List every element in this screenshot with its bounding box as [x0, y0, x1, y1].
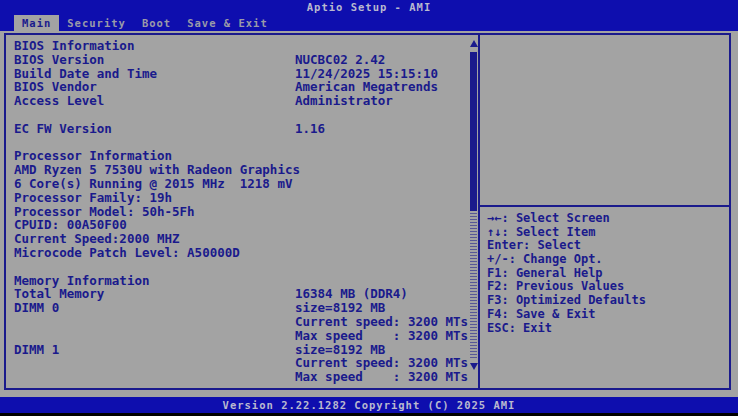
help-line-f1: F1: General Help: [487, 267, 646, 281]
info-label: Access Level: [14, 94, 295, 108]
scrollbar-track[interactable]: [470, 213, 477, 359]
info-label: DIMM 0: [14, 301, 295, 315]
info-label: [14, 315, 295, 329]
info-row: Max speed : 3200 MTs: [14, 370, 464, 384]
info-value: [295, 191, 464, 205]
info-label: Processor Model: 50h-5Fh: [14, 205, 295, 219]
info-value: American Megatrends: [295, 80, 464, 94]
section-header-row: Memory Information: [14, 274, 464, 288]
help-line-enter: Enter: Select: [487, 239, 646, 253]
info-value: Current speed: 3200 MTs: [295, 315, 468, 329]
panel-frame: BIOS Information BIOS VersionNUCBC02 2.4…: [4, 33, 731, 390]
info-row: CPUID: 00A50F00: [14, 218, 464, 232]
info-label: Microcode Patch Level: A50000D: [14, 246, 295, 260]
help-divider: [480, 205, 729, 207]
help-line-esc: ESC: Exit: [487, 322, 646, 336]
spacer-row: [14, 108, 464, 122]
section-header-row: BIOS Information: [14, 39, 464, 53]
window-title: Aptio Setup - AMI: [0, 0, 738, 15]
info-value: NUCBC02 2.42: [295, 53, 464, 67]
info-row: 6 Core(s) Running @ 2015 MHz 1218 mV: [14, 177, 464, 191]
info-label: Memory Information: [14, 274, 295, 288]
info-row: Max speed : 3200 MTs: [14, 329, 464, 343]
info-row: BIOS VersionNUCBC02 2.42: [14, 53, 464, 67]
info-row: Processor Model: 50h-5Fh: [14, 205, 464, 219]
info-row: Current Speed:2000 MHZ: [14, 232, 464, 246]
tab-save-exit[interactable]: Save & Exit: [179, 15, 276, 31]
info-label: 6 Core(s) Running @ 2015 MHz 1218 mV: [14, 177, 295, 191]
info-label: Current Speed:2000 MHZ: [14, 232, 295, 246]
info-row: DIMM 1size=8192 MB: [14, 343, 464, 357]
info-label: Processor Family: 19h: [14, 191, 295, 205]
info-value: [295, 39, 464, 53]
info-label: CPUID: 00A50F00: [14, 218, 295, 232]
help-line-change-opt: +/-: Change Opt.: [487, 253, 646, 267]
info-value: [295, 218, 464, 232]
info-row: Access LevelAdministrator: [14, 94, 464, 108]
info-row: Processor Family: 19h: [14, 191, 464, 205]
help-key-legend: →←: Select Screen ↑↓: Select Item Enter:…: [487, 212, 646, 335]
info-row: Build Date and Time11/24/2025 15:15:10: [14, 67, 464, 81]
tab-main[interactable]: Main: [14, 15, 59, 31]
info-label: [14, 329, 295, 343]
info-row: Microcode Patch Level: A50000D: [14, 246, 464, 260]
help-line-f3: F3: Optimized Defaults: [487, 294, 646, 308]
help-line-f4: F4: Save & Exit: [487, 308, 646, 322]
info-label: DIMM 1: [14, 343, 295, 357]
info-value: Max speed : 3200 MTs: [295, 329, 468, 343]
work-area: BIOS Information BIOS VersionNUCBC02 2.4…: [0, 31, 738, 397]
info-label: [14, 370, 295, 384]
info-label: Total Memory: [14, 287, 295, 301]
info-row: Current speed: 3200 MTs: [14, 315, 464, 329]
info-label: Processor Information: [14, 149, 295, 163]
spacer-row: [14, 136, 464, 150]
info-label: BIOS Vendor: [14, 80, 295, 94]
scroll-up-icon[interactable]: [470, 40, 478, 47]
info-value: [295, 177, 464, 191]
info-value: Max speed : 3200 MTs: [295, 370, 468, 384]
info-label: [14, 356, 295, 370]
info-value: 11/24/2025 15:15:10: [295, 67, 464, 81]
version-bar: Version 2.22.1282 Copyright (C) 2025 AMI: [0, 397, 738, 413]
info-label: Build Date and Time: [14, 67, 295, 81]
tab-security[interactable]: Security: [59, 15, 134, 31]
info-label: AMD Ryzen 5 7530U with Radeon Graphics: [14, 163, 295, 177]
info-rows: BIOS Information BIOS VersionNUCBC02 2.4…: [14, 39, 464, 384]
info-value: [295, 205, 464, 219]
section-header-row: Processor Information: [14, 149, 464, 163]
info-label: BIOS Information: [14, 39, 295, 53]
info-value: size=8192 MB: [295, 343, 464, 357]
scroll-down-icon[interactable]: [470, 363, 478, 370]
bios-setup-screen: Aptio Setup - AMI Main Security Boot Sav…: [0, 0, 738, 416]
spacer-row: [14, 260, 464, 274]
scrollbar-thumb[interactable]: [470, 52, 477, 211]
info-value: [295, 232, 464, 246]
help-line-select-screen: →←: Select Screen: [487, 212, 646, 226]
tab-boot[interactable]: Boot: [134, 15, 179, 31]
info-row: Current speed: 3200 MTs: [14, 356, 464, 370]
help-line-select-item: ↑↓: Select Item: [487, 226, 646, 240]
info-value: size=8192 MB: [295, 301, 464, 315]
info-label: BIOS Version: [14, 53, 295, 67]
bios-info-panel: BIOS Information BIOS VersionNUCBC02 2.4…: [6, 35, 470, 388]
menu-tab-bar: Main Security Boot Save & Exit: [0, 15, 738, 31]
info-row: BIOS VendorAmerican Megatrends: [14, 80, 464, 94]
info-label: EC FW Version: [14, 122, 295, 136]
info-value: Current speed: 3200 MTs: [295, 356, 468, 370]
info-row: AMD Ryzen 5 7530U with Radeon Graphics: [14, 163, 464, 177]
help-line-f2: F2: Previous Values: [487, 280, 646, 294]
scrollbar[interactable]: [470, 37, 478, 386]
info-row: DIMM 0size=8192 MB: [14, 301, 464, 315]
info-value: [295, 246, 464, 260]
info-value: 1.16: [295, 122, 464, 136]
info-value: 16384 MB (DDR4): [295, 287, 464, 301]
info-row: EC FW Version1.16: [14, 122, 464, 136]
info-value: Administrator: [295, 94, 464, 108]
info-value: [295, 274, 464, 288]
info-value: [295, 149, 464, 163]
info-value: [295, 163, 464, 177]
help-panel: →←: Select Screen ↑↓: Select Item Enter:…: [480, 35, 729, 388]
info-row: Total Memory16384 MB (DDR4): [14, 287, 464, 301]
